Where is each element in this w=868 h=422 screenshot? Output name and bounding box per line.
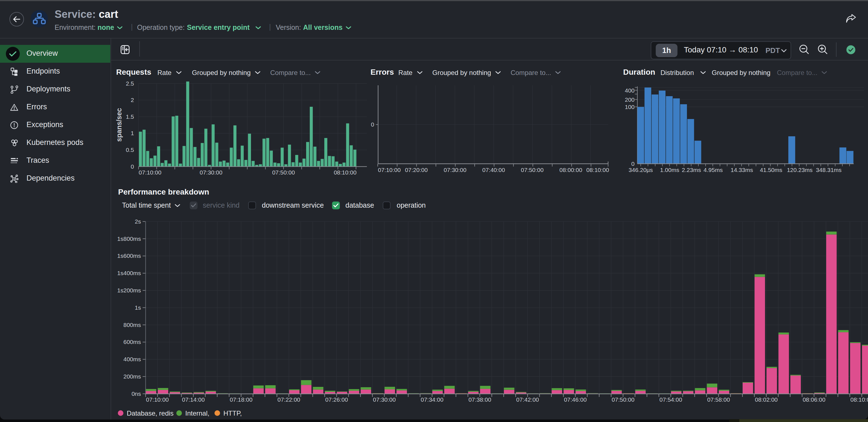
svg-text:1s400ms: 1s400ms (117, 270, 141, 276)
svg-text:2.5: 2.5 (126, 80, 134, 87)
svg-text:348.31ms: 348.31ms (816, 167, 841, 173)
svg-text:08:10:00: 08:10:00 (334, 169, 356, 176)
svg-text:spans/sec: spans/sec (115, 108, 123, 142)
svg-text:1s200ms: 1s200ms (117, 287, 141, 294)
svg-text:0: 0 (131, 163, 134, 170)
svg-text:08:00:00: 08:00:00 (559, 167, 582, 173)
svg-text:120.23ms: 120.23ms (787, 167, 812, 173)
svg-text:07:18:00: 07:18:00 (230, 396, 253, 403)
svg-text:07:58:00: 07:58:00 (707, 396, 730, 403)
svg-text:2: 2 (131, 97, 134, 103)
svg-text:07:50:00: 07:50:00 (612, 396, 634, 403)
svg-text:2.23ms: 2.23ms (682, 167, 701, 173)
svg-text:07:22:00: 07:22:00 (277, 396, 300, 403)
svg-text:800ms: 800ms (123, 322, 141, 328)
svg-text:2s: 2s (135, 218, 141, 225)
svg-text:1.00ms: 1.00ms (660, 167, 679, 173)
svg-text:1: 1 (131, 130, 134, 136)
svg-text:07:46:00: 07:46:00 (564, 396, 587, 403)
svg-text:400: 400 (625, 87, 634, 94)
svg-text:1s800ms: 1s800ms (117, 236, 141, 242)
svg-text:1.5: 1.5 (126, 114, 134, 120)
svg-text:600ms: 600ms (123, 339, 141, 345)
svg-text:07:30:00: 07:30:00 (373, 396, 396, 403)
svg-text:07:34:00: 07:34:00 (421, 396, 443, 403)
svg-text:200: 200 (625, 96, 634, 103)
svg-text:400ms: 400ms (123, 356, 141, 362)
svg-text:07:50:00: 07:50:00 (272, 169, 295, 176)
svg-text:07:20:00: 07:20:00 (405, 167, 428, 173)
svg-text:07:54:00: 07:54:00 (659, 396, 682, 403)
svg-text:07:30:00: 07:30:00 (200, 169, 223, 176)
svg-text:346.20µs: 346.20µs (629, 167, 653, 173)
svg-text:4.95ms: 4.95ms (704, 167, 723, 173)
svg-text:07:38:00: 07:38:00 (469, 396, 491, 403)
svg-text:07:50:00: 07:50:00 (521, 167, 544, 173)
svg-text:07:40:00: 07:40:00 (482, 167, 505, 173)
svg-text:1s600ms: 1s600ms (117, 252, 141, 259)
svg-text:07:30:00: 07:30:00 (444, 167, 467, 173)
svg-text:0.5: 0.5 (126, 147, 134, 153)
svg-text:0: 0 (631, 160, 634, 167)
svg-text:08:10:00: 08:10:00 (850, 396, 868, 403)
svg-text:07:10:00: 07:10:00 (378, 167, 401, 173)
svg-text:07:26:00: 07:26:00 (325, 396, 348, 403)
svg-text:41.50ms: 41.50ms (760, 167, 782, 173)
svg-text:14.33ms: 14.33ms (731, 167, 753, 173)
svg-text:07:10:00: 07:10:00 (146, 396, 169, 403)
svg-text:0ns: 0ns (131, 391, 141, 397)
svg-text:08:02:00: 08:02:00 (755, 396, 778, 403)
svg-text:08:06:00: 08:06:00 (803, 396, 826, 403)
svg-text:07:14:00: 07:14:00 (182, 396, 205, 403)
svg-text:0: 0 (371, 121, 374, 128)
svg-text:200ms: 200ms (123, 373, 141, 380)
svg-text:07:10:00: 07:10:00 (139, 169, 161, 176)
svg-text:08:10:00: 08:10:00 (586, 167, 609, 173)
svg-text:100: 100 (625, 104, 634, 110)
svg-text:07:42:00: 07:42:00 (516, 396, 539, 403)
svg-text:1s: 1s (135, 304, 141, 311)
